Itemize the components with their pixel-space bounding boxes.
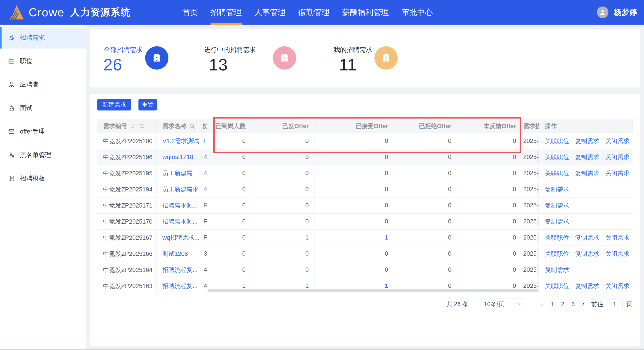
sidebar-item-interview[interactable]: 面试 [0, 97, 86, 119]
action-link[interactable]: 关闭需求 [605, 153, 630, 161]
action-link[interactable]: 关联职位 [545, 153, 569, 161]
action-link[interactable]: 复制需求 [575, 282, 599, 290]
horizontal-scrollbar-thumb[interactable] [207, 289, 538, 292]
cell-name: 员工新建需求 [156, 181, 203, 197]
page-button-2[interactable]: 2 [558, 301, 568, 308]
search-icon[interactable] [138, 123, 145, 130]
demand-name-link[interactable]: wqtest1218 [162, 154, 193, 160]
page-size-select[interactable]: 10条/页 [479, 298, 526, 310]
create-demand-button[interactable]: 新建需求 [97, 99, 131, 110]
action-link[interactable]: 复制需求 [545, 202, 569, 210]
nav-item-home[interactable]: 首页 [182, 0, 198, 24]
search-icon[interactable] [189, 123, 196, 130]
nav-item-attendance[interactable]: 假勤管理 [298, 0, 330, 24]
prev-page-button[interactable] [537, 301, 547, 307]
cell-value: 2025-1 [523, 138, 539, 144]
cell-value[interactable]: 1 [385, 282, 388, 290]
demand-name-link[interactable]: 招聘需求测... [162, 218, 198, 226]
table-header-cell-actions: 操作 [539, 120, 632, 133]
action-link[interactable]: 关联职位 [545, 169, 569, 177]
sidebar-item-candidate[interactable]: 应聘者 [0, 74, 86, 96]
cell-name: V1.2需求测试 [156, 133, 203, 149]
cell-onboard: 0 [213, 165, 252, 181]
sidebar-item-recruit-demand[interactable]: 招聘需求 [0, 26, 86, 48]
nav-item-compensation[interactable]: 薪酬福利管理 [342, 0, 389, 24]
action-link[interactable]: 关闭需求 [605, 250, 630, 258]
action-link[interactable]: 关闭需求 [605, 282, 630, 290]
action-link[interactable]: 关联职位 [545, 137, 569, 145]
action-link[interactable]: 关闭需求 [605, 169, 630, 177]
sort-icon[interactable] [130, 123, 136, 130]
page-button-1[interactable]: 1 [547, 301, 558, 308]
cell-value[interactable]: 1 [305, 234, 309, 241]
action-link[interactable]: 复制需求 [575, 137, 599, 145]
nav-item-hr[interactable]: 人事管理 [254, 0, 286, 24]
sidebar-item-template[interactable]: 招聘模板 [0, 168, 86, 190]
cell-onboard: 0 [213, 181, 252, 197]
page-button-3[interactable]: 3 [568, 301, 578, 308]
nav-item-recruitment[interactable]: 招聘管理 [210, 0, 242, 24]
action-link[interactable]: 关联职位 [545, 250, 569, 258]
cell-clipped_count: 4 [203, 181, 213, 197]
sidebar-item-label: 应聘者 [20, 80, 39, 89]
demand-name-link[interactable]: 招聘流程复... [162, 266, 198, 274]
table-row: 中竞发ZP2025171招聘需求测...F000002025-1复制需求 [97, 198, 632, 214]
cell-value: 0 [448, 234, 452, 241]
table-header-cell-code[interactable]: 需求编号 [97, 120, 156, 133]
cell-value: 0 [385, 250, 388, 257]
action-link[interactable]: 复制需求 [545, 186, 569, 194]
table-header-cell-clipped_count: 数 [203, 120, 213, 133]
action-link[interactable]: 复制需求 [575, 153, 599, 161]
demand-name-link[interactable]: 员工新建需求 [162, 186, 199, 194]
sidebar-item-offer[interactable]: offer管理 [0, 120, 86, 142]
goto-page-input[interactable] [607, 298, 622, 310]
stat-card-icon [145, 46, 168, 70]
user-avatar [597, 6, 608, 18]
stat-card-value: 11 [339, 55, 357, 74]
cell-value[interactable]: 1 [305, 282, 309, 290]
cell-onboard: 0 [213, 214, 252, 230]
nav-item-approval[interactable]: 审批中心 [402, 0, 433, 24]
pagination: 共 26 条 10条/页 123 前往 页 [446, 298, 632, 310]
action-link[interactable]: 复制需求 [575, 250, 599, 258]
user-menu[interactable]: 杨梦婷 [597, 0, 637, 24]
sidebar-item-label: 招聘需求 [20, 33, 45, 42]
cabinet-icon [278, 52, 291, 64]
demand-name-link[interactable]: 招聘流程复... [162, 282, 198, 290]
action-link[interactable]: 复制需求 [545, 218, 569, 226]
action-link[interactable]: 复制需求 [575, 234, 599, 242]
action-link[interactable]: 关联职位 [545, 282, 569, 290]
demand-name-link[interactable]: 员工新建需... [162, 169, 198, 177]
action-link[interactable]: 关闭需求 [605, 234, 630, 242]
action-link[interactable]: 复制需求 [575, 169, 599, 177]
table-row: 中竞发ZP2025164招聘流程复...4000002025-1复制需求 [97, 262, 632, 278]
table-header-label: 需求提 [523, 122, 539, 130]
next-page-button[interactable] [578, 301, 588, 307]
table-header-cell-name[interactable]: 需求名称 [156, 120, 203, 133]
cell-offer_accepted: 0 [314, 181, 394, 197]
sidebar-item-position[interactable]: 职位 [0, 50, 86, 72]
cell-value[interactable]: 1 [385, 234, 388, 241]
window-bottom-edge [0, 349, 644, 350]
cell-clipped_count: 4 [203, 149, 213, 165]
reset-button[interactable]: 重置 [138, 99, 157, 110]
cell-offer_pending: 0 [457, 214, 522, 230]
cell-value: 2025-1 [523, 170, 539, 177]
action-link[interactable]: 复制需求 [545, 266, 569, 274]
action-link[interactable]: 关闭需求 [605, 137, 630, 145]
cell-offer_pending: 0 [457, 165, 522, 181]
cell-value: 0 [242, 266, 246, 273]
demand-name-link[interactable]: V1.2需求测试 [162, 137, 199, 145]
table-header-cell-offer_accepted: 已接受Offer [314, 120, 394, 133]
cell-submit_date: 2025-1 [522, 165, 539, 181]
action-link[interactable]: 关联职位 [545, 234, 569, 242]
demand-name-link[interactable]: 测试1208 [162, 250, 188, 258]
demand-name-link[interactable]: 招聘需求测... [162, 202, 198, 210]
cell-name: 招聘需求测... [156, 198, 203, 213]
cell-submit_date: 2025-1 [522, 214, 539, 230]
cell-value: 中竞发ZP2025167 [103, 234, 152, 242]
cell-value: 2025-1 [523, 266, 539, 273]
sidebar-item-blacklist[interactable]: 黑名单管理 [0, 144, 86, 166]
cell-value: 中竞发ZP2025171 [103, 202, 152, 210]
demand-name-link[interactable]: wq招聘需求... [162, 234, 199, 242]
